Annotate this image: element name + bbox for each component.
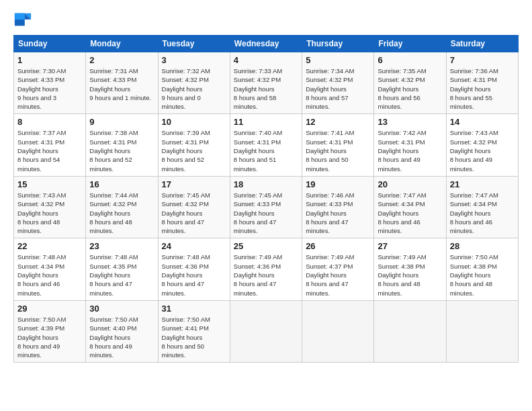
day-info: Sunrise: 7:39 AM Sunset: 4:31 PM Dayligh… [162,128,226,173]
day-info: Sunrise: 7:43 AM Sunset: 4:32 PM Dayligh… [17,191,82,235]
day-number: 22 [17,241,82,251]
week-row: 29 Sunrise: 7:50 AM Sunset: 4:39 PM Dayl… [14,300,519,362]
day-info: Sunrise: 7:32 AM Sunset: 4:32 PM Dayligh… [162,66,226,111]
day-number: 3 [162,55,226,65]
calendar-cell: 14 Sunrise: 7:43 AM Sunset: 4:32 PM Dayl… [446,114,518,176]
logo-icon [13,11,32,30]
calendar-cell: 6 Sunrise: 7:35 AM Sunset: 4:32 PM Dayli… [374,52,446,114]
calendar-cell: 16 Sunrise: 7:44 AM Sunset: 4:32 PM Dayl… [86,176,158,238]
logo [13,11,35,30]
day-info: Sunrise: 7:47 AM Sunset: 4:34 PM Dayligh… [450,191,515,235]
calendar-cell: 4 Sunrise: 7:33 AM Sunset: 4:32 PM Dayli… [230,52,302,114]
day-number: 7 [450,55,515,65]
day-info: Sunrise: 7:48 AM Sunset: 4:35 PM Dayligh… [89,253,154,297]
calendar-cell [374,300,446,362]
day-number: 29 [17,304,82,314]
day-number: 8 [17,117,82,127]
page-container: SundayMondayTuesdayWednesdayThursdayFrid… [0,0,532,369]
day-number: 19 [306,179,370,189]
calendar-cell: 31 Sunrise: 7:50 AM Sunset: 4:41 PM Dayl… [158,300,230,362]
calendar-cell: 8 Sunrise: 7:37 AM Sunset: 4:31 PM Dayli… [14,114,86,176]
day-info: Sunrise: 7:46 AM Sunset: 4:33 PM Dayligh… [306,191,370,235]
calendar-cell: 13 Sunrise: 7:42 AM Sunset: 4:31 PM Dayl… [374,114,446,176]
svg-rect-3 [15,13,25,19]
day-info: Sunrise: 7:41 AM Sunset: 4:31 PM Dayligh… [306,128,370,173]
day-info: Sunrise: 7:50 AM Sunset: 4:39 PM Dayligh… [17,315,82,359]
day-number: 25 [234,241,298,251]
day-info: Sunrise: 7:31 AM Sunset: 4:33 PM Dayligh… [89,66,154,102]
day-number: 31 [162,304,226,314]
calendar-cell: 29 Sunrise: 7:50 AM Sunset: 4:39 PM Dayl… [14,300,86,362]
day-info: Sunrise: 7:44 AM Sunset: 4:32 PM Dayligh… [89,191,154,235]
week-row: 8 Sunrise: 7:37 AM Sunset: 4:31 PM Dayli… [14,114,519,176]
calendar-cell: 7 Sunrise: 7:36 AM Sunset: 4:31 PM Dayli… [446,52,518,114]
day-info: Sunrise: 7:30 AM Sunset: 4:33 PM Dayligh… [17,66,82,111]
calendar-cell: 1 Sunrise: 7:30 AM Sunset: 4:33 PM Dayli… [14,52,86,114]
calendar-cell [302,300,374,362]
calendar-cell [230,300,302,362]
day-number: 20 [378,179,442,189]
day-number: 10 [162,117,226,127]
day-number: 27 [378,241,442,251]
day-info: Sunrise: 7:49 AM Sunset: 4:36 PM Dayligh… [234,253,298,297]
week-row: 1 Sunrise: 7:30 AM Sunset: 4:33 PM Dayli… [14,52,519,114]
day-info: Sunrise: 7:48 AM Sunset: 4:36 PM Dayligh… [162,253,226,297]
calendar-cell: 12 Sunrise: 7:41 AM Sunset: 4:31 PM Dayl… [302,114,374,176]
calendar-table: SundayMondayTuesdayWednesdayThursdayFrid… [13,35,519,363]
day-header-thursday: Thursday [302,36,374,52]
day-header-wednesday: Wednesday [230,36,302,52]
calendar-cell: 27 Sunrise: 7:49 AM Sunset: 4:38 PM Dayl… [374,238,446,300]
day-header-sunday: Sunday [14,36,86,52]
calendar-cell: 11 Sunrise: 7:40 AM Sunset: 4:31 PM Dayl… [230,114,302,176]
day-info: Sunrise: 7:50 AM Sunset: 4:40 PM Dayligh… [89,315,154,359]
day-number: 24 [162,241,226,251]
day-header-tuesday: Tuesday [158,36,230,52]
day-number: 12 [306,117,370,127]
day-number: 6 [378,55,442,65]
week-row: 15 Sunrise: 7:43 AM Sunset: 4:32 PM Dayl… [14,176,519,238]
day-number: 5 [306,55,370,65]
calendar-cell: 20 Sunrise: 7:47 AM Sunset: 4:34 PM Dayl… [374,176,446,238]
calendar-cell [446,300,518,362]
calendar-cell: 22 Sunrise: 7:48 AM Sunset: 4:34 PM Dayl… [14,238,86,300]
day-number: 23 [89,241,154,251]
day-info: Sunrise: 7:48 AM Sunset: 4:34 PM Dayligh… [17,253,82,297]
day-number: 13 [378,117,442,127]
calendar-cell: 17 Sunrise: 7:45 AM Sunset: 4:32 PM Dayl… [158,176,230,238]
day-info: Sunrise: 7:45 AM Sunset: 4:33 PM Dayligh… [234,191,298,235]
day-header-monday: Monday [86,36,158,52]
day-number: 4 [234,55,298,65]
day-info: Sunrise: 7:33 AM Sunset: 4:32 PM Dayligh… [234,66,298,111]
day-info: Sunrise: 7:34 AM Sunset: 4:32 PM Dayligh… [306,66,370,111]
calendar-cell: 9 Sunrise: 7:38 AM Sunset: 4:31 PM Dayli… [86,114,158,176]
calendar-cell: 25 Sunrise: 7:49 AM Sunset: 4:36 PM Dayl… [230,238,302,300]
day-number: 16 [89,179,154,189]
day-number: 21 [450,179,515,189]
calendar-cell: 24 Sunrise: 7:48 AM Sunset: 4:36 PM Dayl… [158,238,230,300]
day-info: Sunrise: 7:40 AM Sunset: 4:31 PM Dayligh… [234,128,298,173]
day-info: Sunrise: 7:35 AM Sunset: 4:32 PM Dayligh… [378,66,442,111]
day-number: 17 [162,179,226,189]
day-header-saturday: Saturday [446,36,518,52]
week-row: 22 Sunrise: 7:48 AM Sunset: 4:34 PM Dayl… [14,238,519,300]
day-info: Sunrise: 7:49 AM Sunset: 4:38 PM Dayligh… [378,253,442,297]
day-number: 1 [17,55,82,65]
day-number: 26 [306,241,370,251]
calendar-cell: 2 Sunrise: 7:31 AM Sunset: 4:33 PM Dayli… [86,52,158,114]
day-info: Sunrise: 7:49 AM Sunset: 4:37 PM Dayligh… [306,253,370,297]
day-info: Sunrise: 7:42 AM Sunset: 4:31 PM Dayligh… [378,128,442,173]
calendar-cell: 5 Sunrise: 7:34 AM Sunset: 4:32 PM Dayli… [302,52,374,114]
day-header-friday: Friday [374,36,446,52]
day-info: Sunrise: 7:47 AM Sunset: 4:34 PM Dayligh… [378,191,442,235]
calendar-cell: 19 Sunrise: 7:46 AM Sunset: 4:33 PM Dayl… [302,176,374,238]
day-info: Sunrise: 7:37 AM Sunset: 4:31 PM Dayligh… [17,128,82,173]
header [13,11,519,30]
day-info: Sunrise: 7:38 AM Sunset: 4:31 PM Dayligh… [89,128,154,173]
calendar-cell: 23 Sunrise: 7:48 AM Sunset: 4:35 PM Dayl… [86,238,158,300]
calendar-cell: 21 Sunrise: 7:47 AM Sunset: 4:34 PM Dayl… [446,176,518,238]
calendar-cell: 26 Sunrise: 7:49 AM Sunset: 4:37 PM Dayl… [302,238,374,300]
calendar-cell: 15 Sunrise: 7:43 AM Sunset: 4:32 PM Dayl… [14,176,86,238]
day-info: Sunrise: 7:36 AM Sunset: 4:31 PM Dayligh… [450,66,515,111]
day-info: Sunrise: 7:45 AM Sunset: 4:32 PM Dayligh… [162,191,226,235]
day-number: 30 [89,304,154,314]
